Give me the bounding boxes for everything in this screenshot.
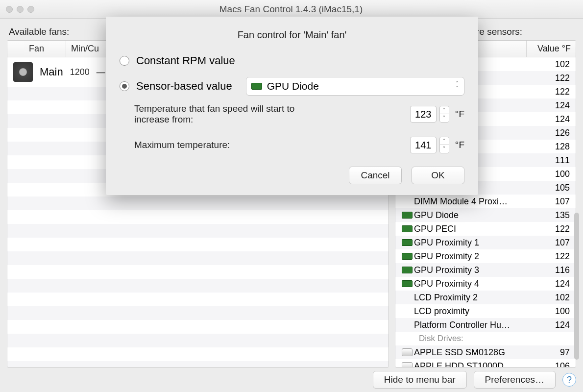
sensor-name: APPLE SSD SM0128G	[414, 347, 536, 358]
minimize-window-icon[interactable]	[17, 6, 24, 13]
fan-control-sheet: Fan control for 'Main' fan' Constant RPM…	[106, 17, 478, 195]
sensor-value: 124	[536, 114, 571, 124]
sensor-name: GPU PECI	[414, 224, 536, 234]
gpu-chip-icon	[402, 225, 413, 232]
preferences-button[interactable]: Preferences…	[474, 371, 556, 389]
window-title: Macs Fan Control 1.4.3 (iMac15,1)	[34, 4, 548, 15]
fan-icon	[13, 62, 33, 82]
sensor-based-option[interactable]: Sensor-based value GPU Diode ˄˅	[120, 77, 464, 96]
sensor-row[interactable]: DIMM Module 4 Proxi…107	[395, 195, 576, 208]
constant-rpm-label: Constant RPM value	[136, 54, 235, 67]
sensor-select[interactable]: GPU Diode ˄˅	[246, 77, 464, 96]
unit-label: °F	[455, 140, 464, 150]
sensor-row[interactable]: LCD Proximity 2102	[395, 291, 576, 304]
start-temp-stepper[interactable]: ˄ ˅	[439, 106, 449, 122]
start-temp-label: Temperature that fan speed will start to…	[134, 103, 301, 125]
sensor-value: 97	[536, 347, 571, 358]
select-caret-icon: ˄˅	[456, 81, 459, 91]
sensor-value: 122	[536, 73, 571, 83]
sensor-name: GPU Proximity 4	[414, 279, 536, 289]
radio-unchecked-icon[interactable]	[120, 56, 129, 66]
stepper-down-icon[interactable]: ˅	[440, 145, 449, 153]
sensor-value: 122	[536, 251, 571, 262]
gpu-chip-icon	[402, 267, 413, 273]
sensor-name: APPLE HDD ST1000D	[414, 361, 536, 368]
sensor-based-label: Sensor-based value	[136, 80, 232, 93]
stepper-down-icon[interactable]: ˅	[440, 114, 449, 122]
sensor-row[interactable]: GPU PECI122	[395, 222, 576, 236]
radio-checked-icon[interactable]	[120, 81, 129, 91]
fan-min-rpm: 1200	[70, 67, 90, 77]
sensor-value: 111	[536, 155, 571, 166]
sensor-value: 100	[536, 169, 571, 179]
stepper-up-icon[interactable]: ˄	[440, 106, 449, 114]
window-controls	[6, 6, 34, 13]
sensor-name: DIMM Module 4 Proxi…	[414, 196, 536, 207]
max-temp-stepper[interactable]: ˄ ˅	[439, 137, 449, 153]
fan-column-header[interactable]: Fan	[7, 41, 66, 57]
max-temp-label: Maximum temperature:	[134, 140, 230, 150]
titlebar: Macs Fan Control 1.4.3 (iMac15,1)	[0, 0, 583, 19]
help-button[interactable]: ?	[562, 373, 576, 387]
disk-icon	[402, 362, 413, 367]
sensors-scrollbar[interactable]	[573, 213, 580, 374]
sensor-value: 107	[536, 238, 571, 248]
sensor-value: 107	[536, 196, 571, 207]
sensor-name: LCD proximity	[414, 306, 536, 317]
bottom-bar: Hide to menu bar Preferences… ?	[0, 368, 583, 392]
gpu-chip-icon	[251, 83, 262, 90]
sensor-name: Platform Controller Hu…	[414, 320, 536, 330]
sensor-select-value: GPU Diode	[267, 80, 319, 92]
sensor-name: GPU Proximity 3	[414, 265, 536, 275]
value-column-header[interactable]: Value °F	[527, 41, 576, 57]
sensor-row[interactable]: GPU Proximity 1107	[395, 236, 576, 249]
max-temp-input[interactable]	[410, 137, 437, 153]
sensor-value: 100	[536, 306, 571, 317]
sensor-name: GPU Proximity 2	[414, 251, 536, 262]
sheet-title: Fan control for 'Main' fan'	[120, 29, 464, 41]
gpu-chip-icon	[402, 212, 413, 219]
sensor-row[interactable]: GPU Proximity 3116	[395, 263, 576, 277]
sensor-row[interactable]: GPU Proximity 2122	[395, 249, 576, 263]
hide-to-menu-bar-button[interactable]: Hide to menu bar	[373, 371, 467, 389]
sensor-row[interactable]: GPU Diode135	[395, 208, 576, 222]
stepper-up-icon[interactable]: ˄	[440, 137, 449, 145]
sensor-name: GPU Diode	[414, 210, 536, 220]
sensor-row[interactable]: APPLE HDD ST1000D106	[395, 359, 576, 367]
sensor-value: 135	[536, 210, 571, 220]
sensor-value: 124	[536, 100, 571, 111]
start-temp-input[interactable]	[410, 106, 437, 122]
sensor-value: 102	[536, 59, 571, 70]
gpu-chip-icon	[402, 280, 413, 287]
sensor-value: 105	[536, 183, 571, 193]
ok-button[interactable]: OK	[412, 167, 464, 184]
unit-label: °F	[455, 109, 464, 120]
sensor-row[interactable]: LCD proximity100	[395, 304, 576, 318]
gpu-chip-icon	[402, 253, 413, 260]
sensor-value: 116	[536, 265, 571, 275]
sensor-row[interactable]: APPLE SSD SM0128G97	[395, 345, 576, 359]
sensor-value: 128	[536, 142, 571, 152]
cancel-button[interactable]: Cancel	[349, 167, 402, 184]
sensor-name: LCD Proximity 2	[414, 293, 536, 303]
zoom-window-icon[interactable]	[27, 6, 34, 13]
disk-group-label: Disk Drives:	[400, 334, 463, 343]
sensor-value: 126	[536, 128, 571, 138]
dash-icon: —	[97, 67, 105, 77]
sensor-value: 122	[536, 224, 571, 234]
sensor-value: 124	[536, 279, 571, 289]
sensor-value: 122	[536, 87, 571, 97]
sensor-value: 106	[536, 361, 571, 368]
sensor-name: GPU Proximity 1	[414, 238, 536, 248]
sensor-row[interactable]: GPU Proximity 4124	[395, 277, 576, 291]
fan-name: Main	[40, 66, 63, 78]
close-window-icon[interactable]	[6, 6, 13, 13]
sensor-value: 124	[536, 320, 571, 330]
sensor-value: 102	[536, 293, 571, 303]
sensor-row[interactable]: Platform Controller Hu…124	[395, 318, 576, 332]
gpu-chip-icon	[402, 239, 413, 246]
disk-icon	[402, 348, 413, 356]
constant-rpm-option[interactable]: Constant RPM value	[120, 54, 464, 67]
